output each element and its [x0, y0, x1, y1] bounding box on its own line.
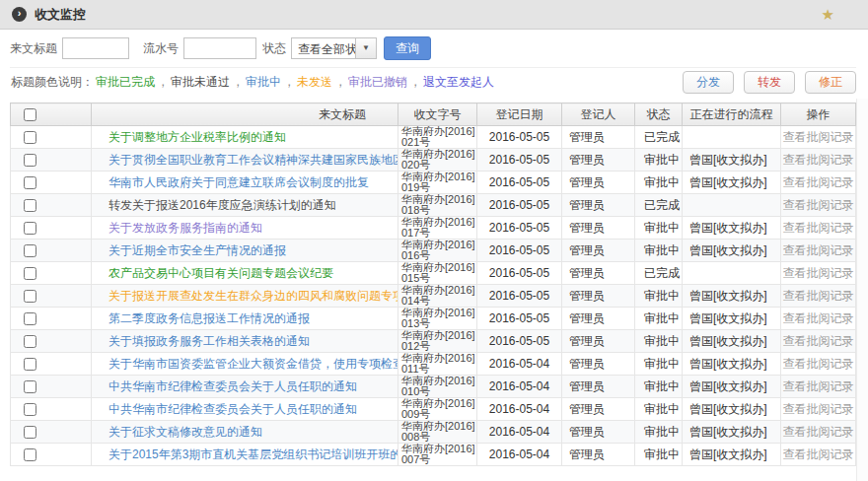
flow-cell [683, 262, 781, 285]
row-checkbox[interactable] [24, 244, 36, 257]
doc-title-link[interactable]: 转发关于报送2016年度应急演练计划的通知 [108, 198, 336, 212]
view-records-link[interactable]: 查看批阅记录 [783, 153, 854, 167]
row-checkbox[interactable] [24, 154, 36, 167]
docno-line2: 012号 [401, 341, 476, 352]
status-select-value: 查看全部状态 [292, 38, 355, 58]
view-records-link[interactable]: 查看批阅记录 [783, 402, 854, 416]
view-records-link[interactable]: 查看批阅记录 [783, 425, 854, 439]
doc-title-link[interactable]: 第二季度政务信息报送工作情况的通报 [108, 311, 310, 325]
table-row: 第二季度政务信息报送工作情况的通报 华南府办[2016]013号 2016-05… [11, 308, 856, 330]
doc-title-link[interactable]: 关于征求文稿修改意见的通知 [108, 425, 262, 439]
doc-title-link[interactable]: 关于发放政务服务指南的通知 [108, 221, 262, 235]
docno-line2: 013号 [401, 318, 476, 329]
row-checkbox-cell [11, 194, 92, 217]
title-search-input[interactable] [62, 37, 129, 59]
docno-line2: 021号 [401, 137, 476, 148]
legend-separator: ， [409, 75, 421, 89]
row-checkbox[interactable] [24, 358, 36, 371]
distribute-button[interactable]: 分发 [683, 71, 734, 94]
registrant-cell: 管理员 [562, 194, 635, 217]
forward-button[interactable]: 转发 [744, 71, 795, 94]
legend-item: 退文至发起人 [423, 75, 494, 89]
flow-cell: 曾国[收文拟办] [683, 421, 781, 444]
row-checkbox[interactable] [24, 335, 36, 348]
view-records-link[interactable]: 查看批阅记录 [783, 289, 854, 303]
date-cell: 2016-05-05 [477, 262, 562, 285]
date-cell: 2016-05-05 [477, 217, 562, 240]
favorite-star-icon[interactable]: ★ [822, 7, 834, 22]
row-checkbox[interactable] [24, 199, 36, 212]
action-button-group: 分发 转发 修正 [673, 71, 856, 94]
column-header-docno: 收文字号 [398, 103, 477, 126]
doc-title-link[interactable]: 关于近期全市安全生产情况的通报 [108, 243, 286, 257]
view-records-link[interactable]: 查看批阅记录 [783, 379, 854, 393]
doc-title-link[interactable]: 中共华南市纪律检查委员会关于人员任职的通知 [108, 402, 357, 416]
flow-cell: 曾国[收文拟办] [683, 353, 781, 376]
row-checkbox[interactable] [24, 267, 36, 280]
view-records-link[interactable]: 查看批阅记录 [783, 175, 854, 189]
doc-title-link[interactable]: 关于华南市国资委监管企业大额资金借贷，使用专项检查方案的通知 [108, 357, 398, 371]
flow-cell: 曾国[收文拟办] [683, 398, 781, 421]
doc-title-link[interactable]: 农产品交易中心项目有关问题专题会议纪要 [108, 266, 333, 280]
flow-cell: 曾国[收文拟办] [683, 308, 781, 330]
view-records-link[interactable]: 查看批阅记录 [783, 334, 854, 348]
registrant-cell: 管理员 [562, 285, 635, 308]
registrant-cell: 管理员 [562, 172, 635, 194]
doc-title-link[interactable]: 华南市人民政府关于同意建立联席会议制度的批复 [108, 175, 369, 189]
date-cell: 2016-05-05 [477, 308, 562, 330]
correct-button[interactable]: 修正 [805, 71, 856, 94]
view-records-link[interactable]: 查看批阅记录 [783, 130, 854, 144]
serial-search-input[interactable] [183, 37, 256, 59]
flow-cell: 曾国[收文拟办] [683, 444, 781, 466]
table-body: 关于调整地方企业税率比例的通知 华南府办[2016]021号 2016-05-0… [11, 126, 856, 466]
scrollbar-track[interactable] [856, 99, 868, 481]
docno-cell: 华南府办[2016]019号 [398, 172, 477, 194]
docno-line2: 017号 [401, 228, 476, 239]
row-checkbox[interactable] [24, 426, 36, 439]
row-checkbox-cell [11, 353, 92, 376]
row-checkbox[interactable] [24, 176, 36, 189]
legend-separator: ， [283, 75, 295, 89]
column-header-title: 来文标题 [92, 103, 398, 126]
status-cell: 审批中 [635, 149, 683, 172]
registrant-cell: 管理员 [562, 421, 635, 444]
view-records-link[interactable]: 查看批阅记录 [783, 357, 854, 371]
view-records-link[interactable]: 查看批阅记录 [783, 266, 854, 280]
table-row: 关于报送开展查处发生在群众身边的四风和腐败问题专项治理工作方案通知 华南府办[2… [11, 285, 856, 308]
chevron-down-icon[interactable]: ▼ [355, 38, 376, 58]
table-row: 中共华南市纪律检查委员会关于人员任职的通知 华南府办[2016]009号 201… [11, 398, 856, 421]
row-checkbox[interactable] [24, 403, 36, 416]
row-checkbox[interactable] [24, 448, 36, 461]
doc-title-link[interactable]: 关于2015年第3期市直机关基层党组织书记培训班开班的通知 [108, 447, 398, 461]
row-checkbox[interactable] [24, 222, 36, 235]
column-header-status: 状态 [635, 103, 683, 126]
chevron-right-circle-icon[interactable]: › [12, 7, 27, 22]
doc-title-link[interactable]: 关于报送开展查处发生在群众身边的四风和腐败问题专项治理工作方案通知 [108, 289, 398, 303]
status-cell: 审批中 [635, 353, 683, 376]
row-checkbox[interactable] [24, 131, 36, 144]
view-records-link[interactable]: 查看批阅记录 [783, 198, 854, 212]
view-records-link[interactable]: 查看批阅记录 [783, 243, 854, 257]
date-cell: 2016-05-05 [477, 149, 562, 172]
documents-table: 来文标题 收文字号 登记日期 登记人 状态 正在进行的流程 操作 关于调整地方企… [10, 103, 856, 466]
view-records-link[interactable]: 查看批阅记录 [783, 311, 854, 325]
status-select[interactable]: 查看全部状态 ▼ [291, 37, 377, 59]
doc-title-link[interactable]: 关于贯彻全国职业教育工作会议精神深共建国家民族地区职业教育综合...的通知 [108, 153, 398, 167]
view-records-link[interactable]: 查看批阅记录 [783, 221, 854, 235]
docno-cell: 华南府办[2016]009号 [398, 398, 477, 421]
row-checkbox[interactable] [24, 290, 36, 303]
row-checkbox[interactable] [24, 312, 36, 325]
date-cell: 2016-05-04 [477, 444, 562, 466]
search-button[interactable]: 查询 [384, 36, 431, 60]
view-records-link[interactable]: 查看批阅记录 [783, 447, 854, 461]
docno-cell: 华南府办[2016]014号 [398, 285, 477, 308]
doc-title-link[interactable]: 关于调整地方企业税率比例的通知 [108, 130, 286, 144]
select-all-checkbox[interactable] [24, 108, 36, 121]
doc-title-link[interactable]: 中共华南市纪律检查委员会关于人员任职的通知 [108, 379, 357, 393]
status-cell: 审批中 [635, 285, 683, 308]
row-checkbox-cell [11, 285, 92, 308]
main-content: 来文标题 流水号 状态 查看全部状态 ▼ 查询 标题颜色说明：审批已完成，审批未… [0, 30, 868, 481]
legend-separator: ， [334, 75, 346, 89]
doc-title-link[interactable]: 关于填报政务服务工作相关表格的通知 [108, 334, 310, 348]
row-checkbox[interactable] [24, 380, 36, 393]
